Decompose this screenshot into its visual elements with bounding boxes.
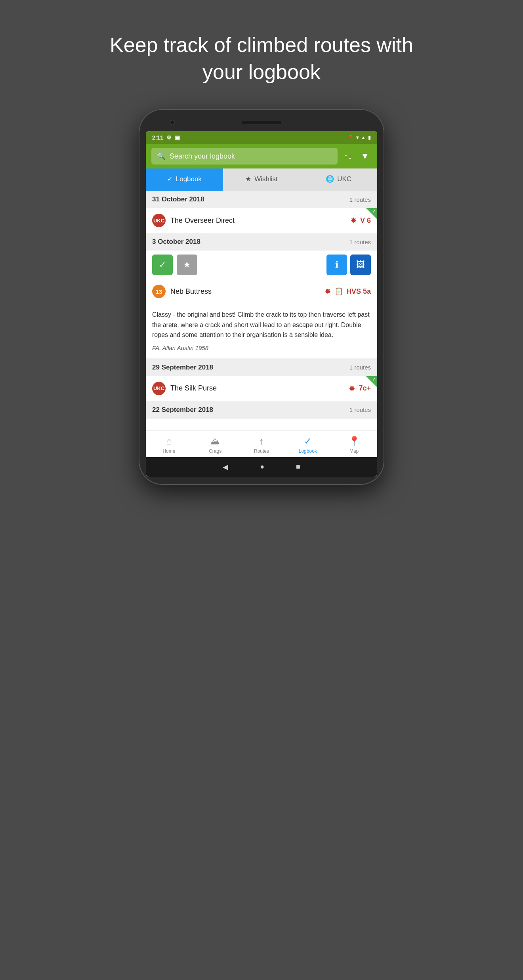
route-name-2: Neb Buttress — [170, 287, 212, 296]
route-left-1: UKC The Overseer Direct — [152, 214, 235, 227]
battery-icon: ▮ — [368, 135, 371, 140]
bottom-nav: ⌂ Home ⛰ Crags ↑ Routes ✓ Logbook 📍 Map — [146, 431, 377, 457]
date-label-1: 31 October 2018 — [152, 195, 204, 203]
search-bar: 🔍 Search your logbook ↑↓ ▼ — [146, 144, 377, 168]
crags-icon: ⛰ — [210, 436, 220, 447]
right-actions: ℹ 🖼 — [326, 255, 371, 275]
star-grade-icon-2: ✸ — [324, 287, 331, 296]
action-row-neb: ✓ ★ ℹ 🖼 — [146, 251, 377, 279]
wishlist-tab-label: Wishlist — [254, 175, 278, 183]
wifi-icon: ▾ — [356, 135, 359, 140]
info-button[interactable]: ℹ — [326, 255, 347, 275]
left-actions: ✓ ★ — [152, 255, 197, 275]
route-right-2: ✸ 📋 HVS 5a — [324, 287, 371, 296]
android-nav: ◀ ● ■ — [146, 457, 377, 477]
hero-title: Keep track of climbed routes with your l… — [103, 32, 420, 85]
routes-count-4: 1 routes — [349, 406, 371, 413]
sim-icon: ▣ — [175, 134, 180, 141]
filter-button[interactable]: ▼ — [358, 149, 372, 164]
map-label: Map — [349, 448, 359, 454]
route-row-neb[interactable]: 13 Neb Buttress ✸ 📋 HVS 5a — [146, 279, 377, 304]
status-bar: 2:11 ⚙ ▣ 📍 ▾ ▲ ▮ — [146, 131, 377, 144]
camera — [170, 120, 175, 125]
back-button[interactable]: ◀ — [223, 463, 228, 471]
routes-count-3: 1 routes — [349, 364, 371, 371]
signal-icon: ▲ — [361, 135, 366, 140]
nav-crags[interactable]: ⛰ Crags — [192, 431, 239, 457]
logbook-tab-label: Logbook — [176, 175, 202, 183]
location-icon: 📍 — [348, 135, 354, 140]
routes-count-1: 1 routes — [349, 196, 371, 203]
route-badge-1: UKC — [152, 214, 166, 227]
spacer — [146, 419, 377, 431]
home-label: Home — [162, 448, 175, 454]
routes-count-2: 1 routes — [349, 239, 371, 245]
logbook-nav-icon: ✓ — [304, 436, 312, 447]
gear-icon: ⚙ — [166, 134, 172, 141]
search-placeholder: Search your logbook — [170, 152, 235, 161]
route-badge-2: 13 — [152, 285, 166, 298]
grade-2: HVS 5a — [346, 287, 371, 296]
crags-label: Crags — [209, 448, 221, 454]
tab-logbook[interactable]: ✓ Logbook — [146, 168, 223, 191]
speaker — [242, 121, 281, 124]
routes-icon: ↑ — [259, 436, 264, 447]
tabs-bar: ✓ Logbook ★ Wishlist 🌐 UKC — [146, 168, 377, 191]
phone-device: 2:11 ⚙ ▣ 📍 ▾ ▲ ▮ 🔍 Search your logbook ↑… — [139, 109, 384, 485]
star-grade-icon-1: ✸ — [350, 216, 357, 225]
route-left-2: 13 Neb Buttress — [152, 285, 212, 298]
star-grade-icon-3: ✸ — [349, 384, 355, 393]
recents-button[interactable]: ■ — [296, 463, 300, 471]
ukc-tab-label: UKC — [337, 175, 351, 183]
green-corner-1 — [366, 208, 377, 219]
route-desc-text: Classy - the original and best! Climb th… — [152, 310, 371, 340]
phone-top-bar — [146, 121, 377, 131]
nav-map[interactable]: 📍 Map — [331, 431, 377, 457]
tick-button[interactable]: ✓ — [152, 255, 173, 275]
content-area: 31 October 2018 1 routes UKC The Oversee… — [146, 191, 377, 431]
route-description-neb: Classy - the original and best! Climb th… — [146, 304, 377, 359]
star-button[interactable]: ★ — [177, 255, 197, 275]
nav-home[interactable]: ⌂ Home — [146, 431, 192, 457]
date-label-4: 22 September 2018 — [152, 406, 213, 414]
date-header-1: 31 October 2018 1 routes — [146, 191, 377, 208]
route-left-3: UKC The Silk Purse — [152, 382, 217, 395]
route-row-overseer[interactable]: UKC The Overseer Direct ✸ V 6 — [146, 208, 377, 233]
route-row-silk[interactable]: UKC The Silk Purse ✸ 7c+ — [146, 376, 377, 401]
search-icon: 🔍 — [157, 152, 166, 161]
date-header-2: 3 October 2018 1 routes — [146, 233, 377, 251]
map-icon: 📍 — [348, 436, 360, 447]
wishlist-tab-icon: ★ — [245, 175, 251, 183]
route-badge-3: UKC — [152, 382, 166, 395]
tab-wishlist[interactable]: ★ Wishlist — [223, 168, 300, 191]
clock: 2:11 — [152, 134, 163, 141]
tab-ukc[interactable]: 🌐 UKC — [300, 168, 377, 191]
date-header-3: 29 September 2018 1 routes — [146, 359, 377, 376]
nav-logbook[interactable]: ✓ Logbook — [284, 431, 331, 457]
ukc-tab-icon: 🌐 — [326, 175, 334, 183]
route-fa: FA. Allan Austin 1958 — [152, 343, 371, 353]
date-header-4: 22 September 2018 1 routes — [146, 401, 377, 419]
topo-icon: 📋 — [334, 287, 343, 296]
sort-button[interactable]: ↑↓ — [342, 149, 354, 163]
date-label-2: 3 October 2018 — [152, 238, 200, 246]
logbook-tab-icon: ✓ — [167, 175, 173, 183]
routes-label: Routes — [254, 448, 269, 454]
phone-screen: 2:11 ⚙ ▣ 📍 ▾ ▲ ▮ 🔍 Search your logbook ↑… — [146, 131, 377, 477]
image-button[interactable]: 🖼 — [350, 255, 371, 275]
green-corner-3 — [366, 376, 377, 387]
date-label-3: 29 September 2018 — [152, 364, 213, 371]
route-name-1: The Overseer Direct — [170, 216, 235, 225]
nav-routes[interactable]: ↑ Routes — [239, 431, 285, 457]
logbook-nav-label: Logbook — [299, 448, 317, 454]
home-button[interactable]: ● — [260, 463, 264, 471]
route-name-3: The Silk Purse — [170, 384, 217, 392]
status-right: 📍 ▾ ▲ ▮ — [348, 135, 371, 140]
status-left: 2:11 ⚙ ▣ — [152, 134, 180, 141]
home-icon: ⌂ — [166, 436, 172, 447]
search-input[interactable]: 🔍 Search your logbook — [151, 148, 338, 165]
